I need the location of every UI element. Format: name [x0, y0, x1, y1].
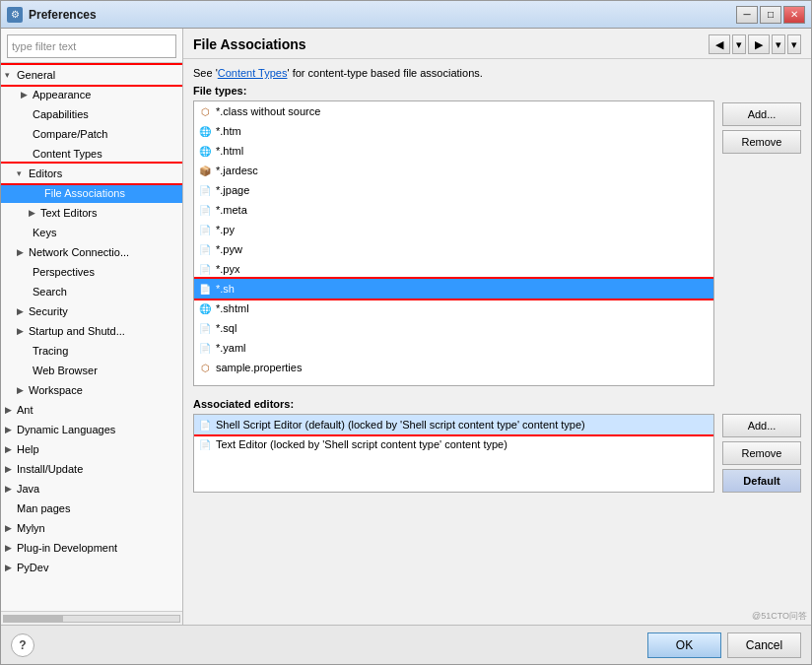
- tree-item-startup-shutdown[interactable]: ▶ Startup and Shutd...: [1, 321, 182, 341]
- assoc-editors-list[interactable]: 📄 Shell Script Editor (default) (locked …: [193, 414, 714, 493]
- assoc-item-text-editor[interactable]: 📄 Text Editor (locked by 'Shell script c…: [194, 434, 713, 454]
- tree-item-label: Help: [17, 443, 39, 455]
- tree-item-text-editors[interactable]: ▶ Text Editors: [1, 203, 182, 223]
- nav-forward-dropdown[interactable]: ▾: [772, 34, 785, 54]
- tree-item-editors[interactable]: ▾ Editors: [1, 164, 182, 183]
- tree-item-dynamic-languages[interactable]: ▶ Dynamic Languages: [1, 420, 182, 439]
- file-add-button[interactable]: Add...: [722, 102, 801, 126]
- tree-arrow: ▶: [5, 464, 17, 474]
- assoc-item-label: Shell Script Editor (default) (locked by…: [216, 419, 585, 431]
- tree-item-label: Plug-in Development: [17, 542, 117, 554]
- tree-item-file-associations[interactable]: ▶ File Associations: [1, 183, 182, 203]
- tree-item-network-connections[interactable]: ▶ Network Connectio...: [1, 242, 182, 262]
- tree-item-web-browser[interactable]: ▶ Web Browser: [1, 361, 182, 380]
- bottom-bar: ? OK Cancel: [1, 625, 811, 664]
- cancel-button[interactable]: Cancel: [727, 632, 801, 658]
- tree-item-label: Mylyn: [17, 522, 45, 534]
- tree-item-workspace[interactable]: ▶ Workspace: [1, 380, 182, 400]
- tree-arrow: ▶: [21, 90, 33, 100]
- close-button[interactable]: ✕: [783, 6, 805, 24]
- tree-item-label: Content Types: [33, 148, 102, 160]
- tree-item-tracing[interactable]: ▶ Tracing: [1, 341, 182, 361]
- tree-item-content-types[interactable]: ▶ Content Types: [1, 144, 182, 164]
- ok-button[interactable]: OK: [647, 632, 721, 658]
- tree-item-mylyn[interactable]: ▶ Mylyn: [1, 518, 182, 538]
- file-list-item[interactable]: 📄 *.jpage: [194, 180, 713, 200]
- tree-item-compare-patch[interactable]: ▶ Compare/Patch: [1, 124, 182, 144]
- window-title: Preferences: [29, 8, 736, 22]
- file-list-item[interactable]: 📄 *.py: [194, 220, 713, 239]
- file-item-label: *.meta: [216, 204, 247, 216]
- watermark: @51CTO问答: [183, 610, 811, 625]
- tree-item-help[interactable]: ▶ Help: [1, 439, 182, 459]
- file-list-item[interactable]: 🌐 *.shtml: [194, 299, 713, 318]
- horizontal-scrollbar[interactable]: [1, 611, 182, 625]
- file-list-item[interactable]: 📄 *.sql: [194, 318, 713, 338]
- nav-back-button[interactable]: ◀: [709, 34, 730, 54]
- tree-item-plugin-development[interactable]: ▶ Plug-in Development: [1, 538, 182, 558]
- file-list-item[interactable]: 📄 *.pyx: [194, 259, 713, 279]
- window-controls: ─ □ ✕: [736, 6, 805, 24]
- tree-item-keys[interactable]: ▶ Keys: [1, 223, 182, 242]
- tree-item-ant[interactable]: ▶ Ant: [1, 400, 182, 420]
- tree-item-label: Text Editors: [40, 207, 97, 219]
- assoc-item-shell-script[interactable]: 📄 Shell Script Editor (default) (locked …: [194, 415, 713, 434]
- assoc-default-button[interactable]: Default: [722, 469, 801, 493]
- tree-item-pydev[interactable]: ▶ PyDev: [1, 558, 182, 577]
- file-types-list[interactable]: ⬡ *.class without source 🌐 *.htm 🌐 *.htm…: [193, 100, 714, 386]
- maximize-button[interactable]: □: [760, 6, 781, 24]
- file-list-item[interactable]: 🌐 *.htm: [194, 121, 713, 141]
- tree-arrow: ▶: [5, 484, 17, 494]
- nav-back-dropdown[interactable]: ▾: [732, 34, 746, 54]
- file-list-item[interactable]: 🌐 *.html: [194, 141, 713, 161]
- file-icon: 📄: [198, 341, 212, 355]
- scroll-thumb[interactable]: [4, 616, 63, 622]
- assoc-remove-button[interactable]: Remove: [722, 441, 801, 465]
- nav-forward-button[interactable]: ▶: [748, 34, 770, 54]
- file-icon: ⬡: [198, 104, 212, 118]
- tree-item-label: Man pages: [17, 502, 70, 514]
- tree-arrow: ▶: [5, 543, 17, 553]
- tree-item-general[interactable]: ▾ General: [1, 65, 182, 85]
- minimize-button[interactable]: ─: [736, 6, 758, 24]
- file-list-item[interactable]: 📄 *.meta: [194, 200, 713, 220]
- content-types-link[interactable]: Content Types: [218, 67, 288, 79]
- tree-item-install-update[interactable]: ▶ Install/Update: [1, 459, 182, 479]
- help-button[interactable]: ?: [11, 633, 34, 657]
- file-list-item-sh[interactable]: 📄 *.sh: [194, 279, 713, 299]
- tree-item-label: Install/Update: [17, 463, 83, 475]
- tree-arrow: ▾: [17, 168, 29, 178]
- file-item-label: *.pyx: [216, 263, 239, 275]
- file-list-item[interactable]: ⬡ sample.properties: [194, 358, 713, 377]
- tree-item-man-pages[interactable]: ▶ Man pages: [1, 499, 182, 518]
- right-content: See 'Content Types' for content-type bas…: [183, 59, 811, 610]
- file-icon: 📄: [198, 282, 212, 296]
- scroll-track[interactable]: [3, 615, 180, 623]
- tree-item-label: Tracing: [33, 345, 68, 357]
- tree-item-label: Capabilities: [33, 108, 89, 120]
- right-panel: File Associations ◀ ▾ ▶ ▾ ▾ See 'Content…: [183, 29, 811, 625]
- tree-item-java[interactable]: ▶ Java: [1, 479, 182, 499]
- file-item-label: *.yaml: [216, 342, 246, 354]
- assoc-add-button[interactable]: Add...: [722, 414, 801, 437]
- tree-item-perspectives[interactable]: ▶ Perspectives: [1, 262, 182, 282]
- file-remove-button[interactable]: Remove: [722, 130, 801, 154]
- tree-item-security[interactable]: ▶ Security: [1, 301, 182, 321]
- file-item-label: *.pyw: [216, 243, 242, 255]
- file-list-item[interactable]: 📦 *.jardesc: [194, 161, 713, 180]
- nav-extra-dropdown[interactable]: ▾: [787, 34, 801, 54]
- tree-item-label: File Associations: [44, 187, 125, 199]
- filter-input[interactable]: [7, 34, 176, 58]
- tree-item-appearance[interactable]: ▶ Appearance: [1, 85, 182, 104]
- tree-item-label: Ant: [17, 404, 34, 416]
- assoc-editors-section: 📄 Shell Script Editor (default) (locked …: [193, 414, 801, 493]
- tree-item-capabilities[interactable]: ▶ Capabilities: [1, 104, 182, 124]
- file-list-item[interactable]: 📄 *.pyw: [194, 239, 713, 259]
- tree-item-search[interactable]: ▶ Search: [1, 282, 182, 301]
- file-icon: 📄: [198, 242, 212, 256]
- file-icon: 🌐: [198, 144, 212, 158]
- file-list-item[interactable]: ⬡ *.class without source: [194, 101, 713, 121]
- file-item-label: sample.properties: [216, 362, 302, 373]
- file-icon: 📄: [198, 203, 212, 217]
- file-list-item[interactable]: 📄 *.yaml: [194, 338, 713, 358]
